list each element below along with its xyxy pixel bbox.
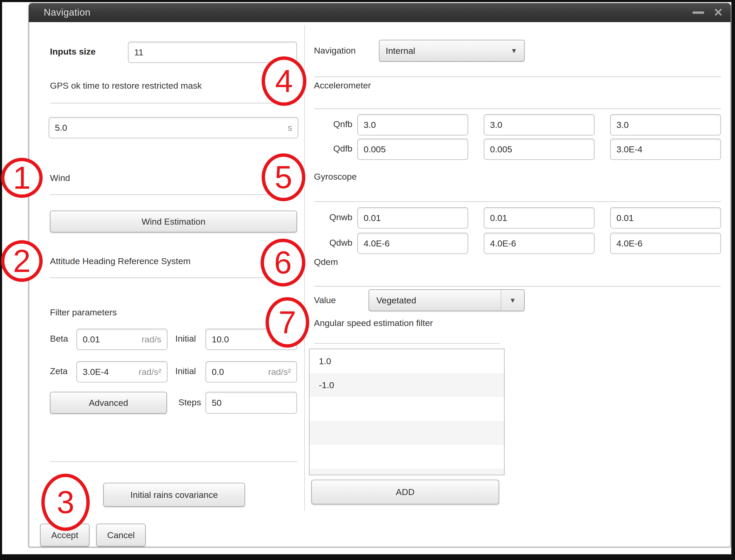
qdem-header: Qdem <box>314 257 338 267</box>
zeta-input[interactable]: 3.0E-4 rad/s² <box>76 361 167 382</box>
annotation-circle-5: 5 <box>262 153 305 201</box>
annotation-number: 7 <box>278 304 296 341</box>
gps-ok-time-label: GPS ok time to restore restricted mask <box>50 81 202 91</box>
qnwb-value-x: 0.01 <box>363 213 381 223</box>
qdwb-input-z[interactable]: 4.0E-6 <box>610 233 721 254</box>
window-controls: ✕ <box>693 7 723 18</box>
annotation-number: 3 <box>57 484 74 520</box>
qnfb-input-y[interactable]: 3.0 <box>484 114 595 135</box>
wind-header: Wind <box>50 173 70 183</box>
steps-label: Steps <box>178 397 201 407</box>
list-item-empty <box>309 397 504 421</box>
beta-initial-label: Initial <box>175 334 196 344</box>
qnwb-value-z: 0.01 <box>616 213 634 223</box>
annotation-number: 1 <box>13 160 31 196</box>
gps-ok-time-input[interactable]: 5.0 s <box>49 117 298 138</box>
qdwb-input-y[interactable]: 4.0E-6 <box>484 233 595 254</box>
annotation-circle-4: 4 <box>262 56 306 106</box>
qnwb-label: Qnwb <box>314 212 352 222</box>
annotation-circle-6: 6 <box>260 239 305 286</box>
cancel-button[interactable]: Cancel <box>96 524 146 546</box>
qdwb-value-z: 4.0E-6 <box>616 238 642 249</box>
angular-filter-list[interactable]: 1.0 -1.0 <box>309 349 505 475</box>
qdwb-value-y: 4.0E-6 <box>490 238 516 249</box>
window-title: Navigation <box>44 7 90 18</box>
chevron-down-icon[interactable]: ▼ <box>501 290 524 311</box>
annotation-circle-1: 1 <box>1 158 43 198</box>
dialog-content: Inputs size 11 GPS ok time to restore re… <box>29 22 730 547</box>
zeta-unit: rad/s² <box>139 367 161 377</box>
navigation-mode-label: Navigation <box>314 45 356 56</box>
ahrs-header: Attitude Heading Reference System <box>50 256 191 266</box>
qdfb-label: Qdfb <box>314 144 352 154</box>
beta-input[interactable]: 0.01 rad/s <box>76 329 167 350</box>
inputs-size-input[interactable]: 11 <box>128 42 297 63</box>
beta-initial-value: 10.0 <box>212 334 229 344</box>
qdfb-input-x[interactable]: 0.005 <box>357 139 468 160</box>
qdwb-input-x[interactable]: 4.0E-6 <box>357 233 468 254</box>
qnwb-input-x[interactable]: 0.01 <box>357 207 468 229</box>
list-item-empty <box>309 445 504 469</box>
list-item[interactable]: 1.0 <box>309 349 504 373</box>
qnfb-input-x[interactable]: 3.0 <box>357 114 468 135</box>
navigation-mode-dropdown[interactable]: Internal ▼ <box>379 40 525 62</box>
minimize-icon[interactable] <box>693 11 704 14</box>
annotation-circle-2: 2 <box>1 240 43 282</box>
wind-estimation-button[interactable]: Wind Estimation <box>50 211 297 232</box>
list-item[interactable]: -1.0 <box>309 373 504 397</box>
qnwb-input-y[interactable]: 0.01 <box>484 207 595 229</box>
zeta-initial-value: 0.0 <box>212 367 224 377</box>
qnfb-value-z: 3.0 <box>616 120 629 130</box>
qnfb-label: Qnfb <box>314 119 352 129</box>
separator <box>50 194 297 195</box>
qdem-value-dropdown[interactable]: Vegetated ▼ <box>369 289 525 311</box>
annotation-circle-7: 7 <box>265 297 309 348</box>
close-icon[interactable]: ✕ <box>713 7 723 18</box>
qdem-value-label: Value <box>314 295 336 305</box>
zeta-initial-label: Initial <box>175 366 196 376</box>
annotation-circle-3: 3 <box>41 474 90 531</box>
qnfb-input-z[interactable]: 3.0 <box>610 114 721 135</box>
separator <box>314 286 721 287</box>
qdfb-value-x: 0.005 <box>363 144 386 154</box>
accelerometer-header: Accelerometer <box>314 80 371 90</box>
separator <box>314 108 721 109</box>
list-item-value: 1.0 <box>319 356 331 366</box>
add-button[interactable]: ADD <box>311 480 499 504</box>
annotation-number: 4 <box>275 63 293 99</box>
separator <box>50 103 297 103</box>
inputs-size-value: 11 <box>134 47 143 57</box>
list-item-value: -1.0 <box>319 380 334 390</box>
annotation-number: 5 <box>275 159 292 196</box>
gps-ok-time-value: 5.0 <box>55 123 67 133</box>
annotation-number: 2 <box>13 243 31 279</box>
steps-input[interactable]: 50 <box>205 392 297 414</box>
qdwb-value-x: 4.0E-6 <box>363 238 390 249</box>
advanced-button[interactable]: Advanced <box>50 392 167 414</box>
zeta-initial-input[interactable]: 0.0 rad/s² <box>205 361 297 382</box>
qdfb-input-y[interactable]: 0.005 <box>484 139 595 160</box>
qdfb-value-z: 3.0E-4 <box>616 144 642 154</box>
qnfb-value-y: 3.0 <box>490 120 502 130</box>
qnwb-input-z[interactable]: 0.01 <box>610 207 721 229</box>
qdwb-label: Qdwb <box>314 238 352 248</box>
angular-filter-header: Angular speed estimation filter <box>314 318 433 328</box>
qnwb-value-y: 0.01 <box>490 213 507 223</box>
initial-rains-covariance-button[interactable]: Initial rains covariance <box>103 483 245 507</box>
qdfb-input-z[interactable]: 3.0E-4 <box>610 139 721 160</box>
navigation-mode-value: Internal <box>386 46 415 56</box>
navigation-dialog: Navigation ✕ Inputs size 11 GPS ok time … <box>29 3 731 547</box>
inputs-size-label: Inputs size <box>50 47 96 57</box>
qdem-value: Vegetated <box>377 295 416 305</box>
title-bar[interactable]: Navigation ✕ <box>29 3 731 22</box>
steps-value: 50 <box>212 398 221 408</box>
filter-parameters-label: Filter parameters <box>50 307 117 317</box>
zeta-value: 3.0E-4 <box>83 367 109 377</box>
list-item-empty <box>309 421 504 445</box>
separator <box>50 277 297 278</box>
zeta-label: Zeta <box>50 366 68 376</box>
beta-label: Beta <box>50 334 68 344</box>
chevron-down-icon: ▼ <box>511 47 517 55</box>
qnfb-value-x: 3.0 <box>363 120 376 130</box>
gyroscope-header: Gyroscope <box>314 172 356 182</box>
